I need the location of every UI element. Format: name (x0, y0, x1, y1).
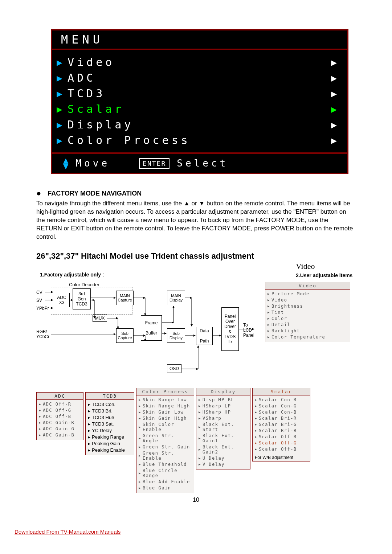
up-down-arrows-icon: ▲▼ (63, 157, 68, 169)
chevron-right-icon: ▶ (328, 73, 343, 83)
tcd3-menu: TCD3 TCD3 Con.TCD3 Bri.TCD3 HueTCD3 Sat.… (85, 392, 134, 455)
osd-item-scalar[interactable]: ▶ Scalar ▶ (55, 101, 344, 117)
color-process-menu: Color Process Skin Range LowSkin Range H… (136, 388, 194, 493)
menu-item: Green Str. Gain (139, 444, 192, 450)
bullet-icon: ● (36, 189, 41, 198)
menu-item: Black Ext. Gain2 (199, 444, 248, 455)
page-number: 10 (36, 497, 356, 503)
block-diagram: Video 1.Factory adjustable only : 2.User… (36, 264, 356, 489)
chevron-right-icon: ▶ (328, 88, 343, 99)
menu-item: Blue Circle Range (139, 468, 192, 479)
menu-item: Blue Add Enable (139, 479, 192, 485)
osd-menu: MENU ▶ Video ▶ ▶ ADC ▶ ▶ TCD3 ▶ ▶ Scalar… (51, 29, 348, 174)
menu-item: Color Temperature (268, 334, 348, 340)
menu-item: Detail (268, 322, 348, 328)
menu-item: Video (268, 297, 348, 303)
menu-item: Brightness (268, 303, 348, 309)
menu-item: YC Delay (88, 427, 132, 434)
tcd3-menu-title: TCD3 (86, 393, 134, 400)
menu-item: Picture Mode (268, 291, 348, 297)
menu-item: Scalar Con-G (255, 403, 308, 409)
section-heading: ● FACTORY MODE NAVIGATION (36, 189, 356, 198)
menu-item: Peaking Gain (88, 440, 132, 447)
play-icon: ▶ (57, 73, 68, 83)
osd-item-color-process[interactable]: ▶ Color Process ▶ (55, 132, 344, 148)
play-icon: ▶ (57, 104, 68, 115)
menu-item: ADC Off-B (39, 414, 81, 420)
menu-item: Skin Color Enable (139, 422, 192, 433)
menu-item: Color (268, 316, 348, 322)
menu-item: VSharp (199, 415, 248, 422)
display-menu-title: Display (196, 388, 250, 395)
video-menu: Video Picture ModeVideoBrightnessTintCol… (265, 282, 350, 342)
chevron-right-icon: ▶ (328, 135, 343, 146)
menu-item: Scalar Off-R (255, 434, 308, 440)
download-link[interactable]: Downloaded From TV-Manual.com Manuals (15, 529, 392, 535)
adc-menu: ADC ADC Off-RADC Off-GADC Off-BADC Gain-… (36, 392, 83, 440)
scalar-menu-title: Scalar (253, 388, 310, 395)
menu-item: Black Ext. Gain1 (199, 433, 248, 444)
menu-item: Disp MP BL (199, 397, 248, 403)
menu-item: TCD3 Sat. (88, 421, 132, 427)
menu-item: Peaking Enable (88, 447, 132, 454)
menu-item: Scalar Con-B (255, 409, 308, 415)
navigation-paragraph: To navigate through the different menu i… (36, 200, 356, 241)
menu-item: ADC Gain-G (39, 426, 81, 432)
chassis-heading: 26",32",37" Hitachi Model use Trident ch… (36, 251, 356, 261)
menu-item: ADC Off-R (39, 401, 81, 407)
menu-item: U Delay (199, 455, 248, 461)
menu-item: Scalar Off-G (255, 440, 308, 446)
menu-item: TCD3 Con. (88, 401, 132, 408)
menu-item: Skin Gain Low (139, 409, 192, 415)
menu-item: ADC Off-G (39, 407, 81, 414)
scalar-footer: For W/B adjustment (253, 454, 310, 461)
menu-item: Blue Gain (139, 485, 192, 491)
menu-item: Skin Range High (139, 403, 192, 409)
menu-item: Backlight (268, 328, 348, 334)
play-icon: ▶ (57, 57, 68, 68)
menu-item: Peaking Range (88, 434, 132, 440)
video-menu-title: Video (265, 282, 350, 290)
menu-item: TCD3 Hue (88, 414, 132, 421)
chevron-right-icon: ▶ (328, 119, 343, 130)
menu-item: Green Str. Enable (139, 450, 192, 461)
play-icon: ▶ (57, 88, 68, 99)
menu-item: HSharp HP (199, 409, 248, 415)
chevron-right-icon: ▶ (328, 104, 343, 115)
menu-item: HSharp LP (199, 403, 248, 409)
play-icon: ▶ (57, 135, 68, 146)
menu-item: Scalar Off-B (255, 446, 308, 452)
menu-item: Skin Gain High (139, 415, 192, 422)
enter-key-icon: ENTER (139, 158, 170, 169)
osd-title: MENU (52, 30, 347, 50)
menu-item: Skin Range Low (139, 397, 192, 403)
menu-item: TCD3 Bri. (88, 408, 132, 414)
menu-item: Green Str. Angle (139, 433, 192, 444)
chevron-right-icon: ▶ (328, 57, 343, 68)
menu-item: Tint (268, 309, 348, 316)
menu-item: Scalar Bri-B (255, 428, 308, 434)
menu-item: ADC Gain-B (39, 432, 81, 438)
display-menu: Display Disp MP BLHSharp LPHSharp HPVSha… (196, 388, 250, 469)
adc-menu-title: ADC (37, 393, 83, 400)
osd-item-adc[interactable]: ▶ ADC ▶ (55, 70, 344, 86)
menu-item: Black Ext. Start (199, 422, 248, 433)
osd-footer: ▲▼ Move ENTER Select (52, 152, 347, 173)
play-icon: ▶ (57, 119, 68, 130)
menu-item: Scalar Bri-G (255, 422, 308, 428)
menu-item: Blue Threshold (139, 461, 192, 468)
menu-item: Scalar Con-R (255, 397, 308, 403)
osd-item-display[interactable]: ▶ Display ▶ (55, 117, 344, 132)
osd-item-tcd3[interactable]: ▶ TCD3 ▶ (55, 86, 344, 101)
menu-item: Scalar Bri-R (255, 415, 308, 422)
osd-item-video[interactable]: ▶ Video ▶ (55, 54, 344, 70)
osd-item-list: ▶ Video ▶ ▶ ADC ▶ ▶ TCD3 ▶ ▶ Scalar ▶ ▶ (52, 50, 347, 152)
menu-item: V Delay (199, 461, 248, 468)
color-process-menu-title: Color Process (136, 388, 194, 395)
heading-text: FACTORY MODE NAVIGATION (48, 190, 142, 197)
osd-select-label: Select (177, 158, 228, 169)
menu-item: ADC Gain-R (39, 420, 81, 426)
scalar-menu: Scalar Scalar Con-RScalar Con-GScalar Co… (252, 388, 310, 461)
osd-move-label: Move (75, 158, 110, 169)
